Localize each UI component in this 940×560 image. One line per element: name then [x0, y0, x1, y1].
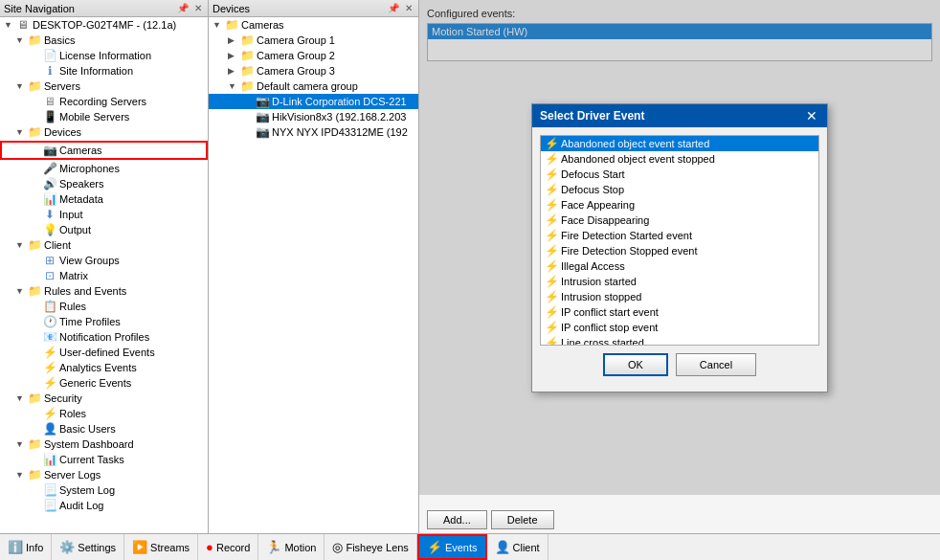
devices-cameras-root[interactable]: ▼ 📁 Cameras — [209, 17, 418, 33]
site-nav-tree[interactable]: ▼ 🖥 DESKTOP-G02T4MF - (12.1a) ▼ 📁 Basics… — [0, 17, 208, 533]
tree-item-roles[interactable]: ⚡ Roles — [0, 406, 208, 421]
tree-item-currenttasks[interactable]: 📊 Current Tasks — [0, 452, 208, 467]
tree-item-rulesevents[interactable]: ▼ 📁 Rules and Events — [0, 283, 208, 299]
tree-item-servers[interactable]: ▼ 📁 Servers — [0, 78, 208, 94]
tree-item-mobileservers[interactable]: 📱 Mobile Servers — [0, 109, 208, 124]
tree-label-currenttasks: Current Tasks — [57, 454, 124, 465]
dialog-events-list[interactable]: ⚡ Abandoned object event started ⚡ Aband… — [540, 135, 819, 346]
dialog-event-item-6[interactable]: ⚡ Fire Detection Started event — [541, 228, 818, 243]
dialog-event-item-10[interactable]: ⚡ Intrusion stopped — [541, 289, 818, 304]
status-events[interactable]: ⚡ Events — [417, 534, 487, 560]
camera-icon: 📷 — [42, 144, 57, 157]
dialog-event-item-7[interactable]: ⚡ Fire Detection Stopped event — [541, 243, 818, 258]
add-button[interactable]: Add... — [427, 510, 487, 529]
dialog-event-item-12[interactable]: ⚡ IP conflict stop event — [541, 320, 818, 335]
license-icon: 📄 — [42, 49, 57, 62]
event-lightning-icon-12: ⚡ — [545, 321, 558, 334]
userevent-icon: ⚡ — [42, 346, 57, 359]
tree-item-metadata[interactable]: 📊 Metadata — [0, 191, 208, 207]
delete-button[interactable]: Delete — [491, 510, 554, 529]
tree-item-matrix[interactable]: ⊡ Matrix — [0, 268, 208, 283]
dialog-event-label-7: Fire Detection Stopped event — [561, 245, 697, 257]
tree-item-recservers[interactable]: 🖥 Recording Servers — [0, 94, 208, 109]
tree-item-viewgroups[interactable]: ⊞ View Groups — [0, 253, 208, 268]
tree-item-rules[interactable]: 📋 Rules — [0, 299, 208, 314]
dialog-buttons: OK Cancel — [540, 346, 819, 384]
event-lightning-icon-9: ⚡ — [545, 275, 558, 288]
dialog-event-item-0[interactable]: ⚡ Abandoned object event started — [541, 136, 818, 151]
nav-close-icon[interactable]: ✕ — [192, 2, 204, 14]
tree-item-genericevents[interactable]: ⚡ Generic Events — [0, 375, 208, 391]
tree-item-security[interactable]: ▼ 📁 Security — [0, 391, 208, 406]
tree-item-serverlogs[interactable]: ▼ 📁 Server Logs — [0, 467, 208, 482]
tree-item-input[interactable]: ⬇ Input — [0, 207, 208, 222]
dialog-event-item-1[interactable]: ⚡ Abandoned object event stopped — [541, 151, 818, 167]
tree-item-systemlog[interactable]: 📃 System Log — [0, 482, 208, 498]
dialog-event-label-0: Abandoned object event started — [561, 138, 709, 149]
status-fisheye[interactable]: ◎ Fisheye Lens — [325, 534, 416, 560]
status-motion[interactable]: 🏃 Motion — [258, 534, 325, 560]
dialog-event-item-3[interactable]: ⚡ Defocus Stop — [541, 182, 818, 197]
dialog-close-button[interactable]: ✕ — [804, 108, 819, 123]
devices-close-icon[interactable]: ✕ — [403, 2, 414, 14]
streams-status-icon: ▶️ — [132, 540, 147, 554]
devices-defaultgroup[interactable]: ▼ 📁 Default camera group — [209, 78, 418, 94]
devices-cg3[interactable]: ▶ 📁 Camera Group 3 — [209, 63, 418, 78]
devices-cg2[interactable]: ▶ 📁 Camera Group 2 — [209, 48, 418, 63]
devices-pin-icon[interactable]: 📌 — [386, 2, 401, 14]
events-status-icon: ⚡ — [427, 540, 442, 554]
dialog-event-item-8[interactable]: ⚡ Illegal Access — [541, 258, 818, 274]
devices-nyx[interactable]: 📷 NYX NYX IPD43312ME (192 — [209, 124, 418, 140]
settings-status-icon: ⚙️ — [59, 540, 75, 554]
tree-item-speakers[interactable]: 🔊 Speakers — [0, 176, 208, 191]
dialog-event-label-12: IP conflict stop event — [561, 322, 658, 333]
generic-icon: ⚡ — [42, 376, 57, 390]
status-record[interactable]: ● Record — [198, 534, 258, 560]
motion-status-icon: 🏃 — [266, 540, 281, 554]
devices-cg1[interactable]: ▶ 📁 Camera Group 1 — [209, 33, 418, 48]
devices-hikvision[interactable]: 📷 HikVision8x3 (192.168.2.203 — [209, 109, 418, 124]
status-info[interactable]: ℹ️ Info — [0, 534, 52, 560]
status-bar: ℹ️ Info ⚙️ Settings ▶️ Streams ● Record … — [0, 533, 940, 560]
tree-item-client[interactable]: ▼ 📁 Client — [0, 237, 208, 253]
tree-item-sysdashboard[interactable]: ▼ 📁 System Dashboard — [0, 437, 208, 452]
dialog-event-item-11[interactable]: ⚡ IP conflict start event — [541, 304, 818, 320]
status-streams[interactable]: ▶️ Streams — [124, 534, 198, 560]
tree-item-output[interactable]: 💡 Output — [0, 222, 208, 237]
devices-dlink[interactable]: 📷 D-Link Corporation DCS-221 — [209, 94, 418, 109]
status-client[interactable]: 👤 Client — [487, 534, 548, 560]
tree-item-basics[interactable]: ▼ 📁 Basics — [0, 33, 208, 48]
app-container: Site Navigation 📌 ✕ ▼ 🖥 DESKTOP-G02T4MF … — [0, 0, 940, 560]
dialog-event-item-9[interactable]: ⚡ Intrusion started — [541, 274, 818, 289]
tree-item-microphones[interactable]: 🎤 Microphones — [0, 161, 208, 176]
tree-label-serverlogs: Server Logs — [42, 469, 101, 481]
dialog-event-item-4[interactable]: ⚡ Face Appearing — [541, 197, 818, 213]
dialog-event-item-2[interactable]: ⚡ Defocus Start — [541, 167, 818, 182]
tree-item-desktop[interactable]: ▼ 🖥 DESKTOP-G02T4MF - (12.1a) — [0, 17, 208, 33]
tree-item-cameras[interactable]: 📷 Cameras — [0, 141, 208, 160]
tree-item-userevent[interactable]: ⚡ User-defined Events — [0, 345, 208, 360]
dialog-ok-button[interactable]: OK — [603, 353, 668, 376]
dialog-event-item-5[interactable]: ⚡ Face Disappearing — [541, 213, 818, 228]
tree-item-auditlog[interactable]: 📃 Audit Log — [0, 498, 208, 513]
select-driver-event-dialog: Select Driver Event ✕ ⚡ Abandoned object… — [531, 103, 828, 392]
tree-label-cameras: Cameras — [57, 145, 102, 156]
site-nav-title: Site Navigation — [4, 3, 75, 14]
dialog-event-item-13[interactable]: ⚡ Line cross started — [541, 335, 818, 346]
status-settings[interactable]: ⚙️ Settings — [52, 534, 124, 560]
tree-item-devices[interactable]: ▼ 📁 Devices — [0, 124, 208, 140]
tree-item-siteinfo[interactable]: ℹ Site Information — [0, 63, 208, 78]
tree-item-license[interactable]: 📄 License Information — [0, 48, 208, 63]
dialog-cancel-button[interactable]: Cancel — [676, 353, 756, 376]
streams-label: Streams — [150, 542, 190, 553]
devices-tree[interactable]: ▼ 📁 Cameras ▶ 📁 Camera Group 1 ▶ 📁 Camer… — [209, 17, 418, 533]
tree-label-viewgroups: View Groups — [57, 255, 120, 266]
tree-item-timeprofiles[interactable]: 🕐 Time Profiles — [0, 314, 208, 329]
tree-label-output: Output — [57, 224, 91, 235]
nav-pin-icon[interactable]: 📌 — [175, 2, 190, 14]
dialog-event-label-13: Line cross started — [561, 337, 644, 346]
event-lightning-icon-4: ⚡ — [545, 198, 558, 212]
tree-item-notifprofiles[interactable]: 📧 Notification Profiles — [0, 329, 208, 345]
tree-item-basicusers[interactable]: 👤 Basic Users — [0, 421, 208, 437]
tree-item-analyticsevents[interactable]: ⚡ Analytics Events — [0, 360, 208, 375]
